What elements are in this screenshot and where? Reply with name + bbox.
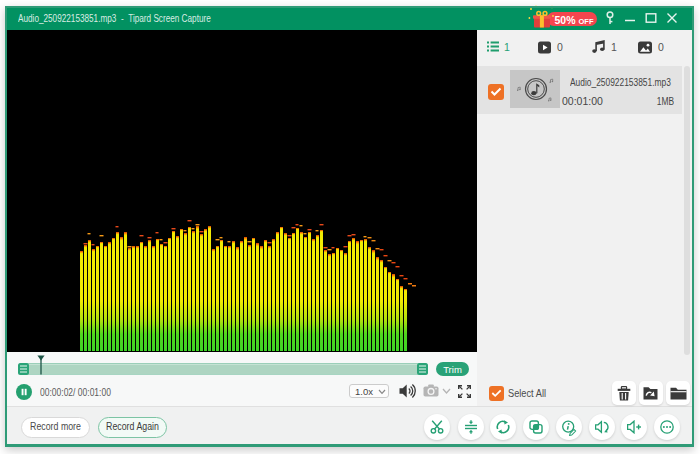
svg-text:OFF: OFF (579, 17, 594, 26)
svg-text:50%: 50% (555, 14, 577, 26)
